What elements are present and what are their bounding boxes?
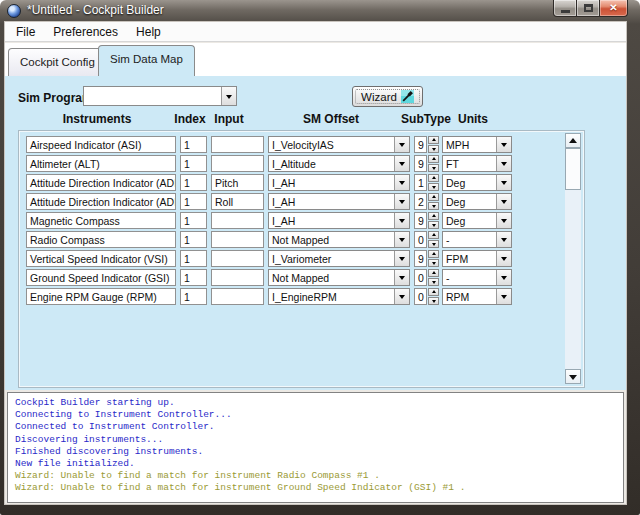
units-select[interactable]: Deg <box>442 193 512 210</box>
sm-offset-select[interactable]: I_AH <box>268 212 410 229</box>
minimize-button[interactable] <box>553 0 577 17</box>
spinner-down-button[interactable] <box>428 145 439 153</box>
subtype-spinner[interactable]: 9 <box>414 212 439 229</box>
sm-offset-select[interactable]: I_Altitude <box>268 155 410 172</box>
units-select[interactable]: FPM <box>442 250 512 267</box>
index-field[interactable]: 1 <box>180 212 207 229</box>
spinner-down-button[interactable] <box>428 183 439 191</box>
sm-offset-dropdown-button[interactable] <box>394 232 409 247</box>
menu-help[interactable]: Help <box>127 23 170 41</box>
vertical-scrollbar[interactable] <box>565 133 581 384</box>
titlebar[interactable]: *Untitled - Cockpit Builder ✕ <box>0 0 640 22</box>
spinner-down-button[interactable] <box>428 278 439 286</box>
units-dropdown-button[interactable] <box>496 232 511 247</box>
log-area[interactable]: Cockpit Builder starting up.Connecting t… <box>7 392 624 503</box>
index-field[interactable]: 1 <box>180 193 207 210</box>
spinner-up-button[interactable] <box>428 269 439 277</box>
sm-offset-select[interactable]: I_AH <box>268 174 410 191</box>
spinner-down-button[interactable] <box>428 221 439 229</box>
index-field[interactable]: 1 <box>180 231 207 248</box>
spinner-down-button[interactable] <box>428 259 439 267</box>
subtype-value[interactable]: 9 <box>414 136 427 153</box>
sm-offset-select[interactable]: I_Variometer <box>268 250 410 267</box>
sm-offset-dropdown-button[interactable] <box>394 289 409 304</box>
spinner-up-button[interactable] <box>428 193 439 201</box>
instrument-field[interactable]: Airspeed Indicator (ASI) <box>26 136 176 153</box>
sm-offset-dropdown-button[interactable] <box>394 156 409 171</box>
input-field[interactable] <box>211 231 264 248</box>
index-field[interactable]: 1 <box>180 250 207 267</box>
sm-offset-dropdown-button[interactable] <box>394 175 409 190</box>
input-field[interactable] <box>211 212 264 229</box>
subtype-spinner[interactable]: 0 <box>414 288 439 305</box>
subtype-value[interactable]: 9 <box>414 212 427 229</box>
instrument-field[interactable]: Ground Speed Indicator (GSI) <box>26 269 176 286</box>
instrument-field[interactable]: Engine RPM Gauge (RPM) <box>26 288 176 305</box>
scrollbar-thumb[interactable] <box>565 148 581 190</box>
sim-program-select[interactable] <box>83 86 237 106</box>
sm-offset-dropdown-button[interactable] <box>394 213 409 228</box>
instrument-field[interactable]: Magnetic Compass <box>26 212 176 229</box>
instrument-field[interactable]: Attitude Direction Indicator (ADI) <box>26 193 176 210</box>
units-dropdown-button[interactable] <box>496 194 511 209</box>
units-select[interactable]: RPM <box>442 288 512 305</box>
units-select[interactable]: FT <box>442 155 512 172</box>
units-dropdown-button[interactable] <box>496 156 511 171</box>
input-field[interactable]: Roll <box>211 193 264 210</box>
units-select[interactable]: - <box>442 269 512 286</box>
units-select[interactable]: - <box>442 231 512 248</box>
close-button[interactable]: ✕ <box>600 0 628 17</box>
subtype-spinner[interactable]: 9 <box>414 136 439 153</box>
subtype-value[interactable]: 0 <box>414 288 427 305</box>
index-field[interactable]: 1 <box>180 288 207 305</box>
index-field[interactable]: 1 <box>180 174 207 191</box>
sm-offset-dropdown-button[interactable] <box>394 270 409 285</box>
sm-offset-select[interactable]: Not Mapped <box>268 269 410 286</box>
sm-offset-select[interactable]: I_VelocityIAS <box>268 136 410 153</box>
maximize-button[interactable] <box>577 0 600 17</box>
subtype-spinner[interactable]: 9 <box>414 155 439 172</box>
input-field[interactable] <box>211 155 264 172</box>
units-select[interactable]: Deg <box>442 174 512 191</box>
units-dropdown-button[interactable] <box>496 213 511 228</box>
menu-file[interactable]: File <box>7 23 44 41</box>
instrument-field[interactable]: Attitude Direction Indicator (ADI) <box>26 174 176 191</box>
instrument-field[interactable]: Vertical Speed Indicator (VSI) <box>26 250 176 267</box>
subtype-value[interactable]: 9 <box>414 155 427 172</box>
input-field[interactable]: Pitch <box>211 174 264 191</box>
index-field[interactable]: 1 <box>180 155 207 172</box>
subtype-value[interactable]: 0 <box>414 269 427 286</box>
units-dropdown-button[interactable] <box>496 251 511 266</box>
subtype-spinner[interactable]: 0 <box>414 269 439 286</box>
index-field[interactable]: 1 <box>180 269 207 286</box>
units-select[interactable]: Deg <box>442 212 512 229</box>
scroll-up-button[interactable] <box>565 133 581 148</box>
instrument-field[interactable]: Altimeter (ALT) <box>26 155 176 172</box>
units-select[interactable]: MPH <box>442 136 512 153</box>
units-dropdown-button[interactable] <box>496 137 511 152</box>
units-dropdown-button[interactable] <box>496 270 511 285</box>
spinner-down-button[interactable] <box>428 164 439 172</box>
units-dropdown-button[interactable] <box>496 175 511 190</box>
tab-sim-data-map[interactable]: Sim Data Map <box>98 45 195 76</box>
sm-offset-select[interactable]: Not Mapped <box>268 231 410 248</box>
index-field[interactable]: 1 <box>180 136 207 153</box>
subtype-spinner[interactable]: 1 <box>414 174 439 191</box>
spinner-up-button[interactable] <box>428 231 439 239</box>
spinner-up-button[interactable] <box>428 136 439 144</box>
wizard-button[interactable]: Wizard <box>352 86 423 107</box>
sm-offset-select[interactable]: I_AH <box>268 193 410 210</box>
tab-cockpit-config[interactable]: Cockpit Config <box>8 48 107 76</box>
subtype-value[interactable]: 0 <box>414 231 427 248</box>
sm-offset-select[interactable]: I_EngineRPM <box>268 288 410 305</box>
spinner-down-button[interactable] <box>428 297 439 305</box>
sm-offset-dropdown-button[interactable] <box>394 251 409 266</box>
scroll-down-button[interactable] <box>565 369 581 384</box>
spinner-down-button[interactable] <box>428 240 439 248</box>
spinner-up-button[interactable] <box>428 288 439 296</box>
sim-program-dropdown-button[interactable] <box>221 87 236 105</box>
subtype-value[interactable]: 1 <box>414 174 427 191</box>
input-field[interactable] <box>211 269 264 286</box>
instrument-field[interactable]: Radio Compass <box>26 231 176 248</box>
subtype-value[interactable]: 9 <box>414 250 427 267</box>
